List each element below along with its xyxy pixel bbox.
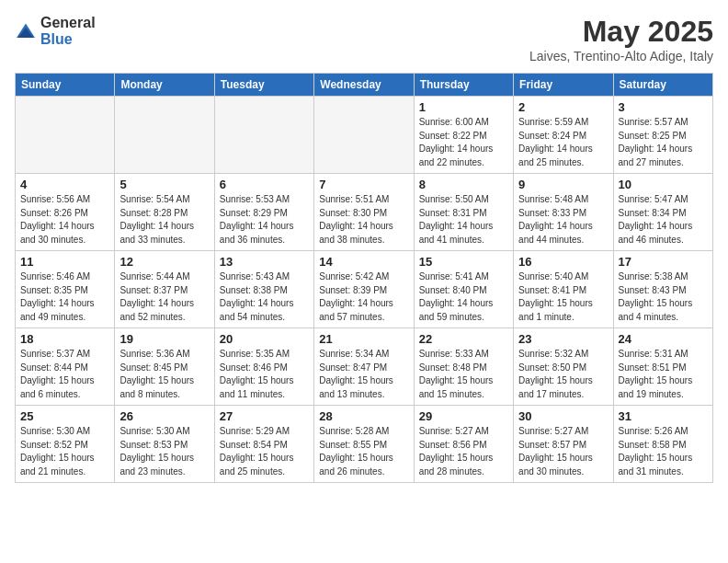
weekday-header-thursday: Thursday — [414, 74, 513, 97]
calendar-cell: 29Sunrise: 5:27 AM Sunset: 8:56 PM Dayli… — [414, 406, 513, 483]
calendar-cell: 20Sunrise: 5:35 AM Sunset: 8:46 PM Dayli… — [214, 328, 313, 406]
day-info: Sunrise: 5:38 AM Sunset: 8:43 PM Dayligh… — [619, 270, 708, 324]
calendar-cell: 27Sunrise: 5:29 AM Sunset: 8:54 PM Dayli… — [214, 406, 313, 483]
calendar-cell: 4Sunrise: 5:56 AM Sunset: 8:26 PM Daylig… — [16, 174, 115, 251]
calendar-cell: 13Sunrise: 5:43 AM Sunset: 8:38 PM Dayli… — [214, 251, 313, 328]
day-number: 21 — [319, 332, 408, 346]
calendar-cell: 25Sunrise: 5:30 AM Sunset: 8:52 PM Dayli… — [16, 406, 115, 483]
calendar-cell: 19Sunrise: 5:36 AM Sunset: 8:45 PM Dayli… — [115, 328, 214, 406]
day-number: 7 — [319, 178, 408, 191]
day-number: 12 — [119, 255, 209, 269]
weekday-header-sunday: Sunday — [16, 74, 115, 97]
calendar-body: 1Sunrise: 6:00 AM Sunset: 8:22 PM Daylig… — [16, 97, 713, 483]
day-info: Sunrise: 5:35 AM Sunset: 8:46 PM Dayligh… — [220, 348, 309, 401]
day-info: Sunrise: 5:51 AM Sunset: 8:30 PM Dayligh… — [319, 193, 408, 247]
calendar-cell: 30Sunrise: 5:27 AM Sunset: 8:57 PM Dayli… — [514, 406, 613, 483]
day-number: 4 — [20, 178, 109, 191]
day-number: 8 — [419, 178, 508, 191]
calendar-cell: 24Sunrise: 5:31 AM Sunset: 8:51 PM Dayli… — [613, 328, 712, 406]
logo-text-general: General — [40, 15, 96, 30]
day-info: Sunrise: 5:37 AM Sunset: 8:44 PM Dayligh… — [20, 348, 109, 401]
day-number: 26 — [119, 409, 209, 423]
day-info: Sunrise: 5:50 AM Sunset: 8:31 PM Dayligh… — [419, 193, 508, 247]
day-info: Sunrise: 5:54 AM Sunset: 8:28 PM Dayligh… — [119, 193, 209, 247]
day-number: 11 — [20, 255, 109, 269]
calendar-week-2: 4Sunrise: 5:56 AM Sunset: 8:26 PM Daylig… — [16, 174, 713, 251]
day-info: Sunrise: 6:00 AM Sunset: 8:22 PM Dayligh… — [419, 116, 508, 169]
calendar-week-5: 25Sunrise: 5:30 AM Sunset: 8:52 PM Dayli… — [16, 406, 713, 483]
calendar-cell: 23Sunrise: 5:32 AM Sunset: 8:50 PM Dayli… — [514, 328, 613, 406]
calendar-cell — [115, 97, 214, 174]
calendar-cell: 7Sunrise: 5:51 AM Sunset: 8:30 PM Daylig… — [314, 174, 414, 251]
day-info: Sunrise: 5:33 AM Sunset: 8:48 PM Dayligh… — [419, 348, 508, 401]
logo: General Blue — [15, 15, 96, 48]
calendar-cell: 16Sunrise: 5:40 AM Sunset: 8:41 PM Dayli… — [514, 251, 613, 328]
day-info: Sunrise: 5:27 AM Sunset: 8:56 PM Dayligh… — [419, 425, 508, 478]
day-number: 22 — [419, 332, 508, 346]
weekday-header-monday: Monday — [115, 74, 214, 97]
day-info: Sunrise: 5:31 AM Sunset: 8:51 PM Dayligh… — [619, 348, 708, 401]
day-number: 5 — [119, 178, 209, 191]
day-number: 20 — [220, 332, 309, 346]
day-number: 6 — [220, 178, 309, 191]
calendar-cell: 12Sunrise: 5:44 AM Sunset: 8:37 PM Dayli… — [115, 251, 214, 328]
day-number: 30 — [518, 409, 608, 423]
logo-icon — [15, 22, 37, 40]
day-info: Sunrise: 5:28 AM Sunset: 8:55 PM Dayligh… — [319, 425, 408, 478]
day-number: 10 — [619, 178, 708, 191]
day-info: Sunrise: 5:43 AM Sunset: 8:38 PM Dayligh… — [220, 270, 309, 324]
calendar-cell: 31Sunrise: 5:26 AM Sunset: 8:58 PM Dayli… — [613, 406, 712, 483]
day-number: 15 — [419, 255, 508, 269]
calendar-subtitle: Laives, Trentino-Alto Adige, Italy — [529, 49, 713, 63]
calendar-cell: 2Sunrise: 5:59 AM Sunset: 8:24 PM Daylig… — [514, 97, 613, 174]
day-number: 13 — [220, 255, 309, 269]
day-info: Sunrise: 5:29 AM Sunset: 8:54 PM Dayligh… — [220, 425, 309, 478]
logo-text-blue: Blue — [40, 31, 73, 47]
day-number: 29 — [419, 409, 508, 423]
weekday-header-tuesday: Tuesday — [214, 74, 313, 97]
day-info: Sunrise: 5:46 AM Sunset: 8:35 PM Dayligh… — [20, 270, 109, 324]
day-info: Sunrise: 5:59 AM Sunset: 8:24 PM Dayligh… — [518, 116, 608, 169]
day-number: 1 — [419, 100, 508, 114]
calendar-cell: 9Sunrise: 5:48 AM Sunset: 8:33 PM Daylig… — [514, 174, 613, 251]
day-number: 17 — [619, 255, 708, 269]
calendar-title: May 2025 — [529, 15, 713, 49]
day-number: 24 — [619, 332, 708, 346]
day-info: Sunrise: 5:44 AM Sunset: 8:37 PM Dayligh… — [119, 270, 209, 324]
calendar-week-4: 18Sunrise: 5:37 AM Sunset: 8:44 PM Dayli… — [16, 328, 713, 406]
day-number: 2 — [518, 100, 608, 114]
weekday-header-row: SundayMondayTuesdayWednesdayThursdayFrid… — [16, 74, 713, 97]
day-info: Sunrise: 5:30 AM Sunset: 8:52 PM Dayligh… — [20, 425, 109, 478]
day-info: Sunrise: 5:42 AM Sunset: 8:39 PM Dayligh… — [319, 270, 408, 324]
calendar-cell: 21Sunrise: 5:34 AM Sunset: 8:47 PM Dayli… — [314, 328, 414, 406]
day-info: Sunrise: 5:40 AM Sunset: 8:41 PM Dayligh… — [518, 270, 608, 324]
day-number: 27 — [220, 409, 309, 423]
calendar-cell: 10Sunrise: 5:47 AM Sunset: 8:34 PM Dayli… — [613, 174, 712, 251]
header: General Blue May 2025 Laives, Trentino-A… — [15, 15, 713, 63]
day-info: Sunrise: 5:41 AM Sunset: 8:40 PM Dayligh… — [419, 270, 508, 324]
day-info: Sunrise: 5:34 AM Sunset: 8:47 PM Dayligh… — [319, 348, 408, 401]
calendar-cell: 28Sunrise: 5:28 AM Sunset: 8:55 PM Dayli… — [314, 406, 414, 483]
calendar-week-1: 1Sunrise: 6:00 AM Sunset: 8:22 PM Daylig… — [16, 97, 713, 174]
day-number: 16 — [518, 255, 608, 269]
day-info: Sunrise: 5:53 AM Sunset: 8:29 PM Dayligh… — [220, 193, 309, 247]
weekday-header-saturday: Saturday — [613, 74, 712, 97]
day-number: 31 — [619, 409, 708, 423]
calendar-cell: 26Sunrise: 5:30 AM Sunset: 8:53 PM Dayli… — [115, 406, 214, 483]
calendar-cell: 14Sunrise: 5:42 AM Sunset: 8:39 PM Dayli… — [314, 251, 414, 328]
day-number: 3 — [619, 100, 708, 114]
calendar-cell: 17Sunrise: 5:38 AM Sunset: 8:43 PM Dayli… — [613, 251, 712, 328]
calendar-cell — [16, 97, 115, 174]
calendar-cell: 18Sunrise: 5:37 AM Sunset: 8:44 PM Dayli… — [16, 328, 115, 406]
day-number: 9 — [518, 178, 608, 191]
calendar-header: SundayMondayTuesdayWednesdayThursdayFrid… — [16, 74, 713, 97]
day-number: 19 — [119, 332, 209, 346]
calendar-cell: 22Sunrise: 5:33 AM Sunset: 8:48 PM Dayli… — [414, 328, 513, 406]
calendar-cell: 1Sunrise: 6:00 AM Sunset: 8:22 PM Daylig… — [414, 97, 513, 174]
day-info: Sunrise: 5:26 AM Sunset: 8:58 PM Dayligh… — [619, 425, 708, 478]
calendar-cell: 8Sunrise: 5:50 AM Sunset: 8:31 PM Daylig… — [414, 174, 513, 251]
weekday-header-friday: Friday — [514, 74, 613, 97]
calendar-table: SundayMondayTuesdayWednesdayThursdayFrid… — [15, 73, 713, 483]
day-info: Sunrise: 5:48 AM Sunset: 8:33 PM Dayligh… — [518, 193, 608, 247]
day-number: 25 — [20, 409, 109, 423]
